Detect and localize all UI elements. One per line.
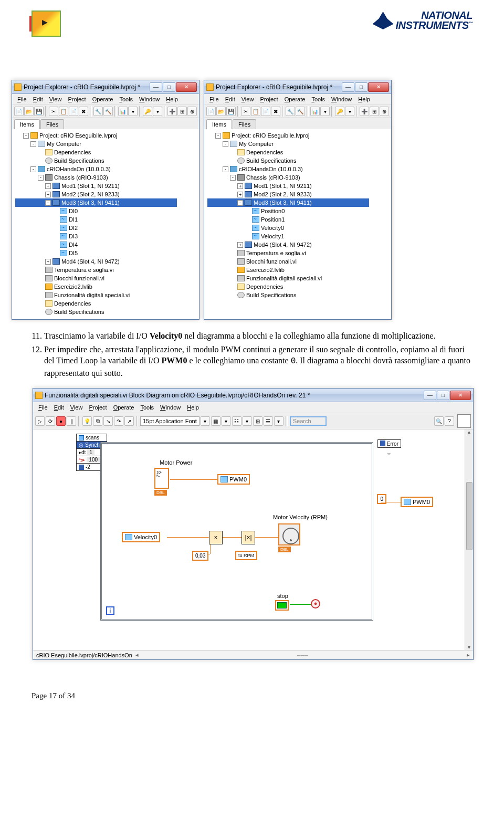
step-over-button[interactable]: ↷ [114, 416, 123, 426]
toolbar-btn[interactable]: 📋 [251, 107, 260, 116]
multiply-fn[interactable]: × [209, 531, 223, 544]
tree-expander[interactable]: - [237, 200, 243, 206]
tab-items[interactable]: Items [14, 119, 40, 129]
zero-constant[interactable]: 0 [377, 494, 386, 504]
tree-expander[interactable]: + [237, 183, 243, 189]
loop-condition[interactable]: ● [311, 599, 320, 608]
toolbar-btn[interactable]: 🔑 [335, 107, 344, 116]
tree-item[interactable]: Temperatura e soglia.vi [207, 249, 369, 257]
tree-expander[interactable]: - [223, 141, 228, 147]
tree-item[interactable]: +Mod2 (Slot 2, NI 9233) [207, 190, 369, 198]
menu-tools[interactable]: Tools [137, 403, 157, 412]
block-diagram-canvas[interactable]: scans ◎Synchro ▸dt1 ³₂▸100 -2 Error ⌄ Mo… [33, 429, 473, 650]
tree-item[interactable]: DI3 [15, 232, 177, 240]
tree-item[interactable]: -My Computer [15, 140, 177, 148]
toolbar-btn[interactable]: ▾ [153, 107, 162, 116]
pe-toolbar[interactable]: 📄📂💾✂📋📄✖🔧🔨📊▾🔑▾➕⊞⊕ [12, 105, 199, 118]
tree-expander[interactable]: - [30, 166, 36, 172]
tree-item[interactable]: Blocchi funzionali.vi [207, 257, 369, 266]
tree-item[interactable]: Velocity0 [207, 224, 369, 232]
toolbar-btn[interactable]: 📄 [261, 107, 270, 116]
tree-item[interactable]: +Mod1 (Slot 1, NI 9211) [207, 182, 369, 190]
menu-tools[interactable]: Tools [116, 95, 136, 103]
horizontal-scrollbar[interactable]: ⎼⎼⎼ [139, 652, 467, 658]
velocity0-read[interactable]: Velocity0 [122, 532, 160, 542]
minimize-button[interactable]: — [150, 82, 162, 92]
tree-item[interactable]: DI4 [15, 240, 177, 249]
help-button[interactable]: 🔍 [434, 416, 444, 426]
abort-button[interactable]: ● [56, 416, 66, 426]
menu-help[interactable]: Help [184, 403, 202, 412]
run-cont-button[interactable]: ⟳ [46, 416, 55, 426]
tree-item[interactable]: -cRIOHandsOn (10.0.0.3) [15, 165, 177, 173]
context-help-button[interactable]: ? [445, 416, 454, 426]
menu-window[interactable]: Window [136, 95, 163, 103]
step-out-button[interactable]: ↗ [124, 416, 134, 426]
toolbar-btn[interactable]: 💾 [226, 107, 236, 116]
tree-expander[interactable]: + [45, 183, 51, 189]
toolbar-btn[interactable]: 💾 [34, 107, 44, 116]
menu-edit[interactable]: Edit [51, 403, 67, 412]
tree-expander[interactable]: - [215, 133, 221, 139]
align-button[interactable]: ▦ [211, 416, 220, 426]
pe-titlebar[interactable]: Project Explorer - cRIO Eseguibile.lvpro… [204, 80, 391, 94]
project-tree[interactable]: -Project: cRIO Eseguibile.lvproj-My Comp… [12, 129, 180, 319]
tree-expander[interactable]: - [230, 175, 236, 181]
toolbar-btn[interactable]: 🔧 [286, 107, 295, 116]
pe-tabs[interactable]: ItemsFiles [204, 118, 391, 129]
search-input[interactable]: Search [290, 416, 327, 426]
menu-edit[interactable]: Edit [222, 95, 238, 103]
step-into-button[interactable]: ↘ [103, 416, 113, 426]
toolbar-btn[interactable]: 📊 [118, 107, 128, 116]
cleanup-button[interactable]: ⊞ [253, 416, 262, 426]
reorder-button[interactable]: ☰ [264, 416, 273, 426]
tree-item[interactable]: Velocity1 [207, 232, 369, 240]
vi-icon[interactable] [457, 414, 471, 428]
abs-fn[interactable]: |×| [242, 531, 255, 544]
distribute-button[interactable]: ☷ [232, 416, 242, 426]
tree-item[interactable]: -Mod3 (Slot 3, NI 9411) [15, 198, 177, 207]
highlight-button[interactable]: 💡 [82, 416, 92, 426]
tree-expander[interactable]: + [237, 242, 243, 248]
menu-tools[interactable]: Tools [308, 95, 328, 103]
pe-tabs[interactable]: ItemsFiles [12, 118, 199, 129]
tree-item[interactable]: Position1 [207, 215, 369, 224]
tree-item[interactable]: +Mod1 (Slot 1, NI 9211) [15, 182, 177, 190]
toolbar-btn[interactable]: ✖ [79, 107, 88, 116]
tree-expander[interactable]: - [223, 166, 228, 172]
toolbar-btn[interactable]: 📄 [69, 107, 78, 116]
minimize-button[interactable]: — [424, 391, 436, 400]
tree-expander[interactable]: - [38, 175, 44, 181]
menu-project[interactable]: Project [257, 95, 281, 103]
menu-file[interactable]: File [14, 95, 30, 103]
tree-item[interactable]: DI0 [15, 207, 177, 215]
tree-expander[interactable]: - [30, 141, 36, 147]
tree-item[interactable]: Position0 [207, 207, 369, 215]
menu-view[interactable]: View [238, 95, 257, 103]
minimize-button[interactable]: — [342, 82, 354, 92]
tree-item[interactable]: Blocchi funzionali.vi [15, 274, 177, 282]
pause-button[interactable]: ∥ [67, 416, 76, 426]
menu-window[interactable]: Window [328, 95, 355, 103]
bd-toolbar[interactable]: ▷ ⟳ ● ∥ 💡 ⧉ ↘ ↷ ↗ 15pt Application Font▾… [33, 413, 473, 429]
tree-expander[interactable]: - [45, 200, 51, 206]
tree-item[interactable]: Funzionalità digitali speciali.vi [15, 291, 177, 299]
toolbar-btn[interactable]: 📄 [14, 107, 24, 116]
tree-item[interactable]: Build Specifications [207, 291, 369, 299]
tree-item[interactable]: Dependencies [15, 299, 177, 308]
font-dropdown[interactable]: ▾ [201, 416, 210, 426]
toolbar-btn[interactable]: ⊕ [380, 107, 389, 116]
menu-operate[interactable]: Operate [89, 95, 117, 103]
toolbar-btn[interactable]: 🔨 [103, 107, 113, 116]
tree-item[interactable]: Build Specifications [15, 156, 177, 165]
toolbar-btn[interactable]: ▾ [345, 107, 354, 116]
tree-item[interactable]: Funzionalità digitali speciali.vi [207, 274, 369, 282]
multiply-constant[interactable]: 0,03 [192, 551, 208, 561]
maximize-button[interactable]: □ [163, 82, 175, 92]
tree-item[interactable]: Esercizio2.lvlib [15, 282, 177, 291]
toolbar-btn[interactable]: ✂ [49, 107, 58, 116]
vertical-scrollbar[interactable] [465, 429, 473, 650]
toolbar-btn[interactable]: ⊞ [370, 107, 379, 116]
toolbar-btn[interactable]: 📋 [59, 107, 68, 116]
tree-item[interactable]: Esercizio2.lvlib [207, 266, 369, 274]
